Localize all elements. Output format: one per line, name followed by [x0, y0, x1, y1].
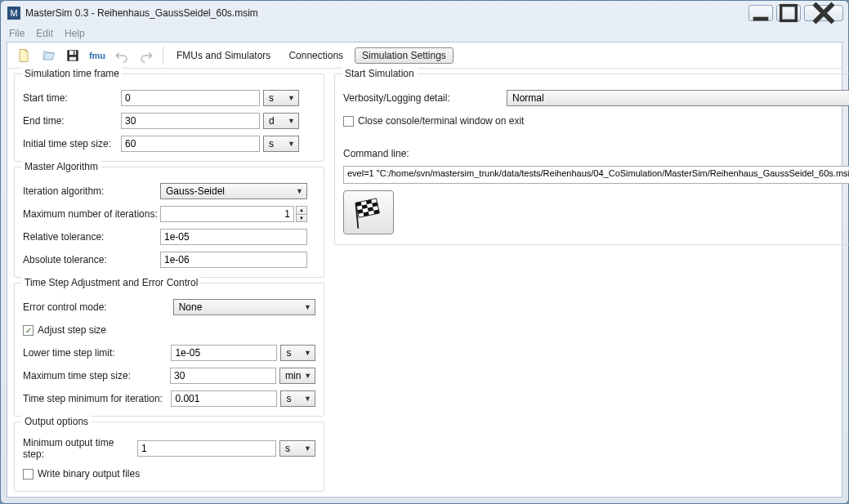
- unit-end-time[interactable]: d▼: [263, 113, 299, 129]
- select-err-mode[interactable]: None▼: [173, 299, 315, 315]
- group-title-time-step: Time Step Adjustment and Error Control: [21, 277, 201, 288]
- input-min-iter-dt[interactable]: [171, 390, 277, 407]
- label-cmd-line: Command line:: [343, 148, 409, 159]
- titlebar: M MasterSim 0.3 - Reihenhaus_GaussSeidel…: [1, 1, 848, 25]
- window-title: MasterSim 0.3 - Reihenhaus_GaussSeidel_6…: [25, 7, 748, 19]
- label-max-iter: Maximum number of iterations:: [23, 208, 160, 220]
- unit-min-iter-dt[interactable]: s▼: [280, 390, 315, 407]
- open-icon[interactable]: [38, 46, 58, 65]
- svg-rect-5: [74, 51, 75, 55]
- label-end-time: End time:: [23, 115, 121, 127]
- label-min-out-dt: Minimum output time step:: [23, 437, 137, 460]
- input-end-time[interactable]: [121, 113, 260, 129]
- redo-icon[interactable]: [136, 46, 156, 65]
- unit-min-out-dt[interactable]: s▼: [279, 440, 315, 457]
- unit-max-dt[interactable]: min▼: [279, 368, 315, 384]
- close-button[interactable]: [804, 5, 843, 21]
- label-start-time: Start time:: [23, 92, 121, 104]
- minimize-button[interactable]: [748, 5, 773, 21]
- panels: Simulation time frame Start time: s▼ End…: [7, 69, 842, 502]
- label-close-console: Close console/terminal window on exit: [358, 115, 524, 127]
- unit-lower-dt[interactable]: s▼: [280, 345, 315, 361]
- label-write-binary: Write binary output files: [38, 468, 140, 479]
- label-init-dt: Initial time step size:: [23, 138, 121, 149]
- input-start-time[interactable]: [121, 90, 260, 106]
- checkered-flag-icon: [351, 194, 387, 230]
- label-adjust-step: Adjust step size: [38, 324, 106, 336]
- svg-rect-3: [69, 51, 76, 55]
- maximize-button[interactable]: [776, 5, 801, 21]
- checkbox-adjust-step[interactable]: ✓: [23, 325, 34, 336]
- toolbar: fmu FMUs and Simulators Connections Simu…: [7, 42, 842, 69]
- new-icon[interactable]: [14, 46, 34, 65]
- content-area: fmu FMUs and Simulators Connections Simu…: [7, 42, 842, 497]
- menu-file[interactable]: File: [9, 28, 25, 39]
- label-iter-algo: Iteration algorithm:: [23, 185, 160, 197]
- group-time-frame: Simulation time frame Start time: s▼ End…: [14, 74, 324, 162]
- minimize-icon: [749, 2, 772, 25]
- menu-help[interactable]: Help: [65, 28, 85, 39]
- label-min-iter-dt: Time step minimum for iteration:: [23, 393, 171, 404]
- cmd-line-display: evel=1 "C:/home/svn/mastersim_trunk/data…: [343, 166, 849, 184]
- select-verbosity[interactable]: Normal▼: [507, 90, 849, 106]
- label-max-dt: Maximum time step size:: [23, 370, 170, 381]
- undo-icon[interactable]: [112, 46, 132, 65]
- right-column: Start Simulation Verbosity/Logging detai…: [334, 74, 849, 497]
- group-time-step: Time Step Adjustment and Error Control E…: [14, 283, 324, 417]
- run-button[interactable]: [343, 190, 394, 234]
- left-column: Simulation time frame Start time: s▼ End…: [14, 74, 324, 497]
- select-iter-algo[interactable]: Gauss-Seidel▼: [160, 183, 307, 199]
- label-rel-tol: Relative tolerance:: [23, 231, 160, 243]
- toolbar-separator: [163, 47, 163, 65]
- label-err-mode: Error control mode:: [23, 301, 173, 313]
- tab-fmus[interactable]: FMUs and Simulators: [170, 48, 277, 63]
- input-max-dt[interactable]: [170, 368, 276, 384]
- close-icon: [805, 0, 842, 32]
- input-max-iter[interactable]: [160, 206, 294, 222]
- menu-edit[interactable]: Edit: [36, 28, 53, 39]
- svg-rect-4: [69, 56, 76, 60]
- label-lower-dt: Lower time step limit:: [23, 347, 171, 359]
- fmu-icon[interactable]: fmu: [87, 46, 107, 65]
- group-title-time-frame: Simulation time frame: [21, 68, 123, 79]
- group-master-algorithm: Master Algorithm Iteration algorithm: Ga…: [14, 167, 324, 278]
- maximize-icon: [777, 2, 800, 25]
- group-title-output: Output options: [21, 416, 92, 427]
- group-start-simulation: Start Simulation Verbosity/Logging detai…: [334, 74, 849, 245]
- tab-simulation-settings[interactable]: Simulation Settings: [355, 47, 454, 64]
- svg-rect-1: [781, 6, 797, 21]
- label-verbosity: Verbosity/Logging detail:: [343, 92, 507, 104]
- checkbox-write-binary[interactable]: [23, 469, 34, 479]
- save-icon[interactable]: [63, 46, 83, 65]
- input-init-dt[interactable]: [121, 136, 260, 152]
- spin-max-iter[interactable]: ▲▼: [296, 206, 307, 222]
- unit-init-dt[interactable]: s▼: [263, 136, 299, 152]
- input-abs-tol[interactable]: [160, 252, 307, 268]
- checkbox-close-console[interactable]: [343, 116, 354, 127]
- group-output: Output options Minimum output time step:…: [14, 421, 324, 492]
- group-title-master-algo: Master Algorithm: [21, 161, 101, 172]
- unit-start-time[interactable]: s▼: [263, 90, 299, 106]
- group-title-start-sim: Start Simulation: [342, 68, 418, 79]
- tab-connections[interactable]: Connections: [282, 48, 350, 63]
- input-rel-tol[interactable]: [160, 229, 307, 245]
- app-icon: M: [7, 7, 20, 20]
- app-window: M MasterSim 0.3 - Reihenhaus_GaussSeidel…: [0, 0, 849, 504]
- input-min-out-dt[interactable]: [137, 440, 276, 457]
- window-controls: [748, 5, 843, 21]
- label-abs-tol: Absolute tolerance:: [23, 254, 160, 265]
- input-lower-dt[interactable]: [171, 345, 277, 361]
- menubar: File Edit Help: [1, 25, 848, 42]
- svg-rect-0: [753, 17, 769, 21]
